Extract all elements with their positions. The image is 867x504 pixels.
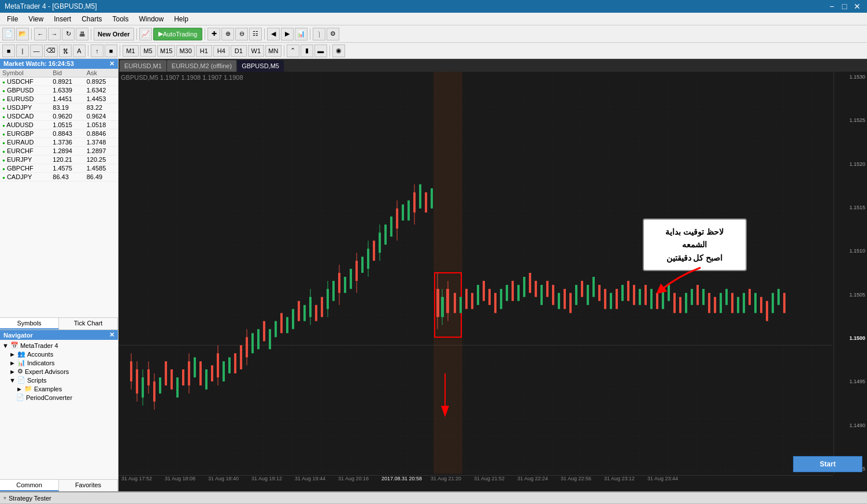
time-9: 31 Aug 22:24	[517, 476, 548, 481]
period-m1[interactable]: M1	[123, 45, 139, 57]
tb2-btn7[interactable]: ↑	[91, 45, 103, 57]
print-btn[interactable]: 🖶	[76, 28, 88, 40]
svg-rect-130	[754, 293, 757, 313]
svg-rect-80	[465, 289, 468, 309]
symbol-dot: ● AUDUSD	[0, 121, 50, 129]
menu-view[interactable]: View	[24, 14, 48, 24]
tb2-btn1[interactable]: ■	[2, 45, 15, 57]
market-watch-row[interactable]: ● CADJPY 86.43 86.49	[0, 173, 118, 181]
menu-help[interactable]: Help	[169, 14, 193, 24]
scroll-left-btn[interactable]: ◀	[267, 28, 280, 40]
tab-symbols[interactable]: Symbols	[0, 318, 59, 329]
chart-tab-eurusd-m1[interactable]: EURUSD,M1	[120, 60, 166, 72]
nav-item-expert-advisors[interactable]: ► ⚙ Expert Advisors	[0, 367, 118, 376]
crosshair-btn[interactable]: ✚	[208, 28, 220, 40]
market-watch-row[interactable]: ● EURCHF 1.2894 1.2897	[0, 147, 118, 155]
nav-label-mt4: MetaTrader 4	[20, 342, 58, 349]
new-btn[interactable]: 📄	[2, 28, 15, 40]
period-d1[interactable]: D1	[231, 45, 247, 57]
market-watch-row[interactable]: ● EURAUD 1.3736 1.3748	[0, 138, 118, 147]
ask-price: 1.0518	[84, 121, 118, 129]
tb2-template[interactable]: ◉	[332, 45, 345, 57]
tb2-btn5[interactable]: ⛕	[59, 45, 72, 57]
chart-tab-gbpusd-m5[interactable]: GBPUSD,M5	[237, 60, 284, 72]
period-m5[interactable]: M5	[140, 45, 156, 57]
market-watch-rows: ● USDCHF 0.8921 0.8925 ● GBPUSD 1.6339 1…	[0, 77, 118, 181]
nav-item-examples[interactable]: ► 📁 Examples	[0, 384, 118, 393]
market-watch-row[interactable]: ● USDCAD 0.9620 0.9624	[0, 112, 118, 121]
title-text: MetaTrader 4 - [GBPUSD,M5]	[5, 2, 97, 10]
ask-price: 1.6342	[84, 86, 118, 95]
price-1515: 1.1515	[834, 205, 867, 210]
period-mn[interactable]: MN	[265, 45, 281, 57]
menu-tools[interactable]: Tools	[108, 14, 134, 24]
start-button[interactable]: Start	[793, 456, 862, 472]
svg-rect-79	[460, 297, 462, 313]
nav-item-accounts[interactable]: ► 👥 Accounts	[0, 350, 118, 358]
nav-item-mt4[interactable]: ▼ 📅 MetaTrader 4	[0, 341, 118, 350]
menu-charts[interactable]: Charts	[77, 14, 106, 24]
market-watch-row[interactable]: ● USDCHF 0.8921 0.8925	[0, 77, 118, 86]
maximize-button[interactable]: □	[839, 1, 850, 12]
menu-window[interactable]: Window	[135, 14, 169, 24]
close-button[interactable]: ✕	[852, 1, 862, 12]
open-btn[interactable]: 📂	[16, 28, 29, 40]
nav-arrow-mt4: ▼	[2, 342, 9, 349]
autotrading-btn[interactable]: ▶ AutoTrading	[153, 28, 203, 40]
new-order-btn[interactable]: New Order	[94, 28, 134, 40]
tb2-btn4[interactable]: ⌫	[44, 45, 58, 57]
tb2-btn8[interactable]: ■	[105, 45, 117, 57]
market-watch-row[interactable]: ● USDJPY 83.19 83.22	[0, 103, 118, 112]
nav-tab-common[interactable]: Common	[0, 480, 59, 491]
period-w1[interactable]: W1	[248, 45, 264, 57]
market-watch-row[interactable]: ● EURJPY 120.21 120.25	[0, 155, 118, 164]
tb2-chart1[interactable]: ⌃	[287, 45, 299, 57]
tab-tick-chart[interactable]: Tick Chart	[59, 318, 118, 329]
zoom-in-btn[interactable]: ⊕	[221, 28, 234, 40]
grid-btn[interactable]: ☷	[249, 28, 262, 40]
market-watch-row[interactable]: ● GBPCHF 1.4575 1.4585	[0, 164, 118, 173]
refresh-btn[interactable]: ↻	[62, 28, 75, 40]
back-btn[interactable]: ←	[34, 28, 47, 40]
tb2-btn3[interactable]: —	[30, 45, 43, 57]
settings-btn[interactable]: ⚙	[327, 28, 339, 40]
navigator-close[interactable]: ✕	[109, 331, 114, 339]
period-m30[interactable]: M30	[176, 45, 194, 57]
svg-rect-33	[257, 329, 260, 349]
resize-handle[interactable]: ▾	[3, 495, 6, 501]
indicator-btn[interactable]: 📊	[295, 28, 307, 40]
market-watch-row[interactable]: ● GBPUSD 1.6339 1.6342	[0, 86, 118, 95]
period-h1[interactable]: H1	[196, 45, 212, 57]
zoom-out-btn[interactable]: ⊖	[235, 28, 248, 40]
tb2-btn6[interactable]: A	[73, 45, 86, 57]
nav-item-indicators[interactable]: ► 📊 Indicators	[0, 358, 118, 367]
svg-rect-28	[234, 353, 236, 373]
nav-tab-favorites[interactable]: Favorites	[59, 480, 118, 491]
svg-rect-105	[610, 293, 612, 309]
menu-insert[interactable]: Insert	[49, 14, 76, 24]
market-watch-row[interactable]: ● EURGBP 0.8843 0.8846	[0, 129, 118, 138]
menu-file[interactable]: File	[2, 14, 23, 24]
tb2-btn2[interactable]: |	[16, 45, 29, 57]
window-controls[interactable]: − □ ✕	[827, 1, 862, 12]
chart-tab-eurusd-m2[interactable]: EURUSD,M2 (offline)	[167, 60, 236, 72]
forward-btn[interactable]: →	[48, 28, 61, 40]
tb2-chart2[interactable]: ▮	[301, 45, 313, 57]
svg-rect-106	[616, 289, 618, 309]
period-h4[interactable]: H4	[213, 45, 229, 57]
tb2-chart3[interactable]: ▬	[314, 45, 327, 57]
scroll-right-btn[interactable]: ▶	[281, 28, 294, 40]
market-watch-row[interactable]: ● EURUSD 1.4451 1.4453	[0, 95, 118, 103]
market-watch-close[interactable]: ✕	[109, 60, 114, 68]
period-m15[interactable]: M15	[157, 45, 175, 57]
template-btn[interactable]: ⎱	[313, 28, 325, 40]
nav-item-scripts[interactable]: ▼ 📄 Scripts	[0, 376, 118, 384]
svg-rect-48	[332, 281, 335, 301]
nav-item-periodconverter[interactable]: 📄 PeriodConverter	[0, 393, 118, 402]
chart-btn1[interactable]: 📈	[139, 28, 152, 40]
bid-price: 1.4575	[50, 164, 84, 173]
minimize-button[interactable]: −	[827, 1, 837, 12]
market-watch-row[interactable]: ● AUDUSD 1.0515 1.0518	[0, 121, 118, 129]
chart-main[interactable]: GBPUSD,M5 1.1907 1.1908 1.1907 1.1908	[118, 72, 867, 491]
price-1505: 1.1505	[834, 292, 867, 298]
